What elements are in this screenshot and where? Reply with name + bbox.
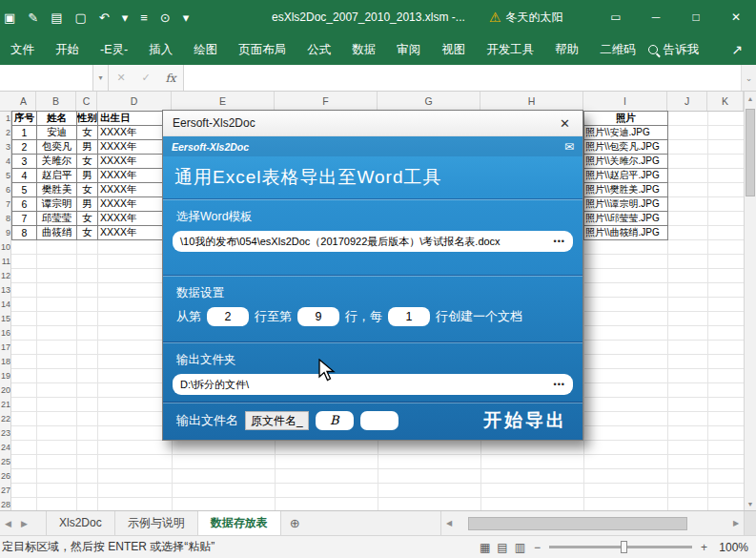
zoom-slider[interactable] — [549, 546, 692, 548]
column-header-F[interactable]: F — [275, 92, 378, 111]
cancel-icon[interactable]: ✕ — [109, 72, 133, 84]
row-header-2[interactable]: 2 — [0, 126, 10, 140]
ribbon-tab-二维码[interactable]: 二维码 — [589, 34, 646, 65]
column-header-K[interactable]: K — [707, 92, 744, 111]
row-header-10[interactable]: 10 — [0, 240, 10, 255]
cell-gender-row8[interactable]: 女 — [77, 226, 98, 240]
vertical-scrollbar[interactable]: ▲ ▼ — [744, 92, 756, 510]
row-header-7[interactable]: 7 — [0, 197, 10, 212]
cell-photo-row2[interactable]: 照片\\包奕凡.JPG — [584, 140, 668, 155]
normal-view-icon[interactable]: ▦ — [480, 542, 490, 553]
cell-gender-row1[interactable]: 女 — [77, 126, 98, 140]
ribbon-tab-文件[interactable]: 文件 — [0, 34, 45, 65]
row-header-22[interactable]: 22 — [0, 412, 10, 426]
column-header-C[interactable]: C — [76, 92, 97, 111]
undo-icon[interactable]: ↶ — [99, 11, 110, 24]
zoom-in-icon[interactable]: + — [701, 541, 707, 554]
zoom-out-icon[interactable]: − — [534, 541, 541, 554]
formula-bar-expand-icon[interactable]: ⌄ — [741, 65, 756, 91]
page-layout-view-icon[interactable]: ▤ — [497, 542, 507, 553]
to-row-input[interactable]: 9 — [297, 307, 339, 326]
name-box[interactable] — [0, 65, 93, 91]
row-header-11[interactable]: 11 — [0, 255, 10, 269]
cell-num-row4[interactable]: 4 — [12, 169, 37, 183]
suffix-input[interactable]: B — [316, 411, 354, 430]
cell-name-row1[interactable]: 安迪 — [37, 126, 77, 140]
rows-per-doc-input[interactable]: 1 — [388, 307, 430, 326]
suffix2-input[interactable] — [360, 411, 398, 430]
header-cell-photo[interactable]: 照片 — [584, 112, 668, 126]
sheet-tab-数据存放表[interactable]: 数据存放表 — [198, 511, 281, 536]
enter-icon[interactable]: ✓ — [133, 72, 158, 84]
cell-photo-row4[interactable]: 照片\\赵启平.JPG — [584, 169, 668, 183]
cell-gender-row4[interactable]: 男 — [77, 169, 98, 183]
undo-caret-icon[interactable]: ▾ — [122, 11, 129, 24]
name-box-caret-icon[interactable]: ▾ — [93, 65, 109, 91]
row-header-1[interactable]: 1 — [0, 112, 10, 126]
row-header-9[interactable]: 9 — [0, 226, 10, 240]
close-button[interactable]: ✕ — [716, 0, 756, 34]
zoom-slider-thumb[interactable] — [621, 541, 627, 553]
column-header-E[interactable]: E — [172, 92, 275, 111]
ribbon-tab-页面布局[interactable]: 页面布局 — [228, 34, 296, 65]
add-sheet-icon[interactable]: ⊕ — [290, 516, 300, 530]
vertical-scrollbar-thumb[interactable] — [746, 109, 755, 196]
row-header-15[interactable]: 15 — [0, 312, 10, 326]
tell-me[interactable]: 告诉我 — [648, 42, 700, 58]
cell-photo-row8[interactable]: 照片\\曲筱绡.JPG — [584, 226, 668, 240]
cell-name-row3[interactable]: 关雎尔 — [37, 155, 77, 169]
cell-num-row2[interactable]: 2 — [12, 140, 37, 155]
row-header-16[interactable]: 16 — [0, 326, 10, 341]
row-header-17[interactable]: 17 — [0, 341, 10, 355]
formula-input[interactable] — [184, 65, 741, 91]
start-export-button[interactable]: 开始导出 — [483, 408, 567, 433]
row-header-19[interactable]: 19 — [0, 369, 10, 383]
row-header-21[interactable]: 21 — [0, 398, 10, 412]
zoom-icon[interactable]: ⊙ — [160, 11, 171, 24]
column-header-I[interactable]: I — [583, 92, 667, 111]
horizontal-scrollbar-thumb[interactable] — [468, 517, 687, 530]
row-header-18[interactable]: 18 — [0, 355, 10, 369]
row-header-25[interactable]: 25 — [0, 455, 10, 469]
cell-photo-row7[interactable]: 照片\\邱莹莹.JPG — [584, 212, 668, 226]
save-icon[interactable]: ▣ — [4, 11, 15, 24]
dialog-close-icon[interactable]: ✕ — [557, 116, 573, 131]
row-header-26[interactable]: 26 — [0, 469, 10, 484]
cell-num-row8[interactable]: 8 — [12, 226, 37, 240]
row-header-20[interactable]: 20 — [0, 383, 10, 398]
browse-folder-button[interactable]: ••• — [554, 374, 565, 395]
zoom-level[interactable]: 100% — [716, 541, 748, 554]
column-header-B[interactable]: B — [36, 92, 76, 111]
ribbon-tab-公式[interactable]: 公式 — [296, 34, 341, 65]
mail-icon[interactable]: ✉ — [564, 140, 574, 154]
hscroll-left-icon[interactable]: ◀ — [441, 519, 457, 527]
column-header-A[interactable]: A — [11, 92, 36, 111]
column-header-G[interactable]: G — [378, 92, 480, 111]
sheet-tab-示例与说明[interactable]: 示例与说明 — [115, 511, 198, 536]
column-header-H[interactable]: H — [480, 92, 583, 111]
pen-icon[interactable]: ✎ — [28, 11, 38, 24]
cell-photo-row6[interactable]: 照片\\谭宗明.JPG — [584, 197, 668, 212]
hscroll-track[interactable] — [457, 511, 728, 536]
cell-gender-row5[interactable]: 女 — [77, 183, 98, 197]
sheet-tab-Xls2Doc[interactable]: Xls2Doc — [46, 511, 115, 536]
cell-gender-row3[interactable]: 女 — [77, 155, 98, 169]
template-path-input[interactable]: \10我的发布\054\esXls2Doc（20170922最后版本）\考试报名… — [173, 231, 573, 252]
zoom-caret-icon[interactable]: ▾ — [183, 11, 190, 24]
cell-name-row7[interactable]: 邱莹莹 — [37, 212, 77, 226]
row-header-8[interactable]: 8 — [0, 212, 10, 226]
cell-gender-row2[interactable]: 男 — [77, 140, 98, 155]
ribbon-tab-帮助[interactable]: 帮助 — [544, 34, 589, 65]
page-break-view-icon[interactable]: ▥ — [515, 542, 525, 553]
ribbon-tab--E灵-[interactable]: -E灵- — [90, 34, 138, 65]
cell-num-row3[interactable]: 3 — [12, 155, 37, 169]
ribbon-tab-数据[interactable]: 数据 — [341, 34, 386, 65]
ribbon-tab-视图[interactable]: 视图 — [431, 34, 476, 65]
row-header-27[interactable]: 27 — [0, 484, 10, 498]
column-header-D[interactable]: D — [97, 92, 172, 111]
cell-name-row8[interactable]: 曲筱绡 — [37, 226, 77, 240]
browse-template-button[interactable]: ••• — [554, 231, 565, 252]
header-cell-gender[interactable]: 性别 — [77, 112, 98, 126]
cell-name-row2[interactable]: 包奕凡 — [37, 140, 77, 155]
cell-photo-row5[interactable]: 照片\\樊胜美.JPG — [584, 183, 668, 197]
